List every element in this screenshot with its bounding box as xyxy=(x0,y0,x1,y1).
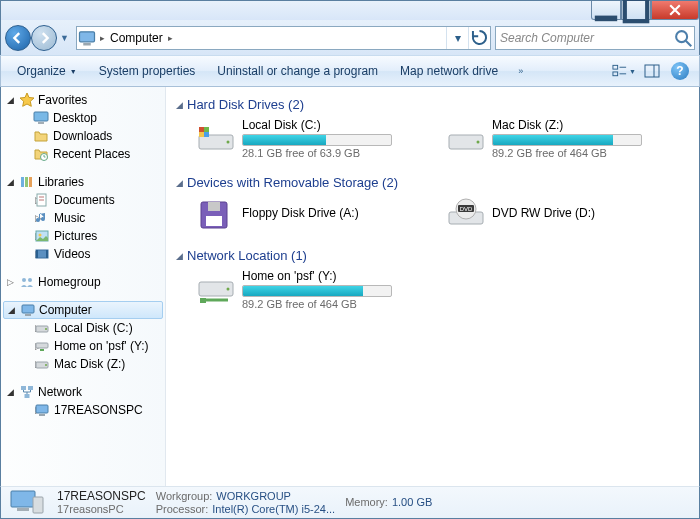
sidebar-item-music[interactable]: ▷Music xyxy=(1,209,165,227)
address-dropdown[interactable]: ▾ xyxy=(446,27,468,49)
svg-rect-36 xyxy=(28,386,33,390)
libraries-icon xyxy=(19,174,35,190)
svg-rect-1 xyxy=(625,0,647,21)
navigation-pane: ◢Favorites Desktop Downloads Recent Plac… xyxy=(1,87,166,486)
svg-rect-10 xyxy=(645,65,659,77)
sidebar-item-macdisk[interactable]: ▷Mac Disk (Z:) xyxy=(1,355,165,373)
view-options-button[interactable]: ▼ xyxy=(611,60,637,82)
nav-back-button[interactable] xyxy=(5,25,31,51)
section-network[interactable]: ◢Network Location (1) xyxy=(176,248,689,263)
section-hdd[interactable]: ◢Hard Disk Drives (2) xyxy=(176,97,689,112)
refresh-button[interactable] xyxy=(468,27,490,49)
dvd-icon: DVD xyxy=(446,196,486,232)
svg-point-22 xyxy=(39,234,42,237)
sidebar-homegroup[interactable]: ▷Homegroup xyxy=(1,273,165,291)
svg-rect-35 xyxy=(21,386,26,390)
window-close-button[interactable] xyxy=(651,1,699,20)
svg-rect-46 xyxy=(208,202,220,211)
command-overflow[interactable]: » xyxy=(510,66,531,76)
drive-local-c[interactable]: Local Disk (C:)28.1 GB free of 63.9 GB xyxy=(196,118,426,159)
sidebar-item-downloads[interactable]: Downloads xyxy=(1,127,165,145)
computer-icon xyxy=(20,302,36,318)
svg-rect-57 xyxy=(17,508,29,511)
system-properties-button[interactable]: System properties xyxy=(89,60,206,82)
breadcrumb-computer[interactable]: Computer xyxy=(108,31,165,45)
star-icon xyxy=(19,92,35,108)
drive-icon xyxy=(34,320,50,336)
drive-mac-z[interactable]: Mac Disk (Z:)89.2 GB free of 464 GB xyxy=(446,118,676,159)
address-bar[interactable]: ▸ Computer ▸ ▾ xyxy=(76,26,491,50)
svg-point-41 xyxy=(227,140,230,143)
window-maximize-button[interactable] xyxy=(621,1,651,20)
window-minimize-button[interactable] xyxy=(591,1,621,20)
svg-rect-13 xyxy=(38,122,44,124)
svg-point-27 xyxy=(28,278,32,282)
capacity-bar xyxy=(242,285,392,297)
sidebar-libraries[interactable]: ◢Libraries xyxy=(1,173,165,191)
svg-line-5 xyxy=(686,40,692,46)
svg-rect-28 xyxy=(22,305,34,313)
svg-rect-3 xyxy=(83,43,91,46)
network-icon xyxy=(19,384,35,400)
svg-point-31 xyxy=(45,328,47,330)
floppy-icon xyxy=(196,196,236,232)
svg-rect-6 xyxy=(613,65,618,69)
svg-rect-17 xyxy=(29,177,32,187)
sidebar-item-localdisk[interactable]: ▷Local Disk (C:) xyxy=(1,319,165,337)
sidebar-item-networkpc[interactable]: ▷17REASONSPC xyxy=(1,401,165,419)
uninstall-programs-button[interactable]: Uninstall or change a program xyxy=(207,60,388,82)
svg-rect-58 xyxy=(33,497,43,513)
nav-history-dropdown[interactable]: ▼ xyxy=(57,25,72,51)
sidebar-item-documents[interactable]: ▷Documents xyxy=(1,191,165,209)
drive-floppy-a[interactable]: Floppy Disk Drive (A:) xyxy=(196,196,426,232)
homegroup-icon xyxy=(19,274,35,290)
drive-psf-y[interactable]: Home on 'psf' (Y:)89.2 GB free of 464 GB xyxy=(196,269,426,310)
details-sub: 17reasonsPC xyxy=(57,503,146,516)
preview-pane-button[interactable] xyxy=(639,60,665,82)
svg-point-4 xyxy=(676,31,687,42)
sidebar-network[interactable]: ◢Network xyxy=(1,383,165,401)
sidebar-item-recent[interactable]: Recent Places xyxy=(1,145,165,163)
svg-rect-15 xyxy=(21,177,24,187)
svg-rect-12 xyxy=(34,112,48,121)
hdd-icon xyxy=(446,121,486,157)
svg-point-54 xyxy=(227,287,230,290)
svg-rect-56 xyxy=(11,491,35,507)
sidebar-item-desktop[interactable]: Desktop xyxy=(1,109,165,127)
svg-point-34 xyxy=(45,364,47,366)
sidebar-item-psfhome[interactable]: ▷Home on 'psf' (Y:) xyxy=(1,337,165,355)
svg-rect-2 xyxy=(80,31,95,41)
recent-icon xyxy=(33,146,49,162)
sidebar-item-pictures[interactable]: ▷Pictures xyxy=(1,227,165,245)
computer-icon xyxy=(77,28,97,48)
svg-rect-55 xyxy=(200,298,206,303)
pc-icon xyxy=(34,402,50,418)
svg-rect-25 xyxy=(46,250,48,258)
breadcrumb-separator[interactable]: ▸ xyxy=(97,33,108,43)
section-removable[interactable]: ◢Devices with Removable Storage (2) xyxy=(176,175,689,190)
svg-rect-32 xyxy=(36,343,48,348)
music-icon xyxy=(34,210,50,226)
computer-icon xyxy=(7,489,47,517)
search-icon xyxy=(672,27,694,49)
svg-rect-24 xyxy=(36,250,38,258)
drive-icon xyxy=(34,356,50,372)
help-button[interactable]: ? xyxy=(671,62,689,80)
organize-menu[interactable]: Organize▼ xyxy=(7,60,87,82)
sidebar-computer[interactable]: ◢Computer xyxy=(3,301,163,319)
svg-rect-0 xyxy=(595,16,617,22)
network-drive-icon xyxy=(196,272,236,308)
details-name: 17REASONSPC xyxy=(57,490,146,503)
details-pane: 17REASONSPC 17reasonsPC Workgroup:WORKGR… xyxy=(0,486,700,519)
sidebar-favorites[interactable]: ◢Favorites xyxy=(1,91,165,109)
drive-dvd-d[interactable]: DVD DVD RW Drive (D:) xyxy=(446,196,676,232)
hdd-icon xyxy=(196,121,236,157)
map-network-drive-button[interactable]: Map network drive xyxy=(390,60,508,82)
search-box[interactable]: Search Computer xyxy=(495,26,695,50)
sidebar-item-videos[interactable]: ▷Videos xyxy=(1,245,165,263)
network-drive-icon xyxy=(34,338,50,354)
capacity-bar xyxy=(242,134,392,146)
breadcrumb-separator[interactable]: ▸ xyxy=(165,33,176,43)
nav-forward-button[interactable] xyxy=(31,25,57,51)
search-placeholder: Search Computer xyxy=(496,31,672,45)
